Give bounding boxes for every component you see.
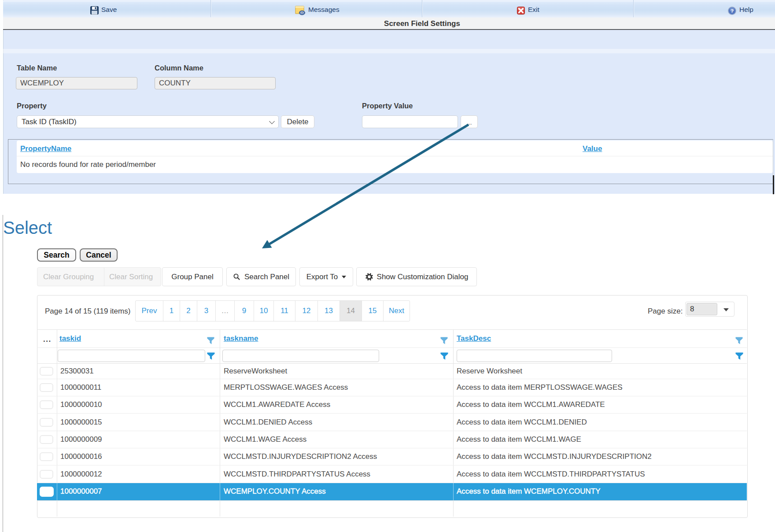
svg-text:?: ? (731, 8, 734, 14)
